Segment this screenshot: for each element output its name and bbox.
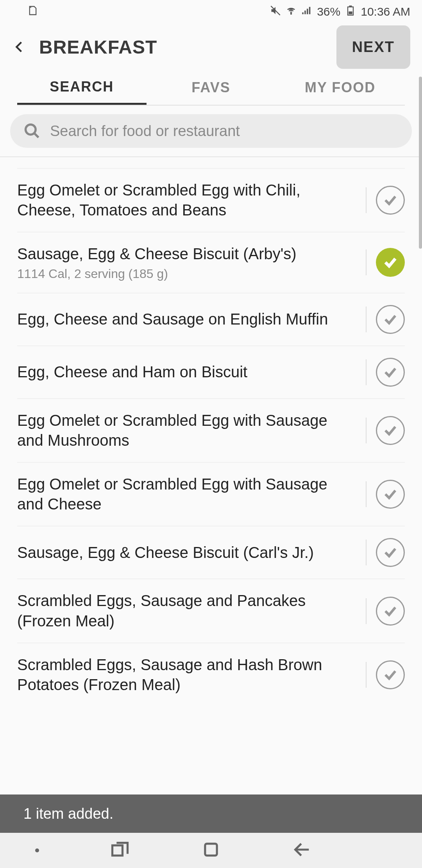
food-text: Egg Omelet or Scrambled Egg with Sausage… (17, 411, 356, 450)
svg-rect-8 (349, 11, 352, 14)
food-title: Egg Omelet or Scrambled Egg with Sausage… (17, 474, 350, 514)
check-toggle[interactable] (376, 660, 405, 689)
svg-rect-3 (304, 11, 306, 14)
food-row[interactable]: Egg, Cheese and Ham on Biscuit (17, 346, 405, 398)
food-title: Sausage, Egg & Cheese Biscuit (Carl's Jr… (17, 543, 350, 563)
row-divider (366, 598, 367, 624)
row-divider (366, 249, 367, 275)
food-row[interactable]: Scrambled Eggs, Sausage and Pancakes (Fr… (17, 579, 405, 642)
food-row[interactable]: Egg, Cheese and Sausage on English Muffi… (17, 293, 405, 346)
page-title: BREAKFAST (39, 36, 325, 58)
row-divider (366, 359, 367, 385)
food-title: Scrambled Eggs, Sausage and Hash Brown P… (17, 655, 350, 695)
check-toggle[interactable] (376, 358, 405, 387)
check-icon (383, 312, 398, 327)
food-text: Egg Omelet or Scrambled Egg with Sausage… (17, 474, 356, 514)
food-title: Egg Omelet or Scrambled Egg with Chili, … (17, 180, 350, 220)
battery-icon (345, 5, 356, 19)
food-row[interactable]: Egg Omelet or Scrambled Egg with Sausage… (17, 462, 405, 526)
food-title: Egg, Cheese and Ham on Biscuit (17, 362, 350, 382)
food-row[interactable]: Egg Omelet or Scrambled Egg with Chili, … (17, 168, 405, 232)
check-toggle[interactable] (376, 186, 405, 215)
check-toggle[interactable] (376, 538, 405, 567)
row-divider (366, 481, 367, 507)
clock: 10:36 AM (361, 5, 410, 18)
food-title: Egg Omelet or Scrambled Egg with Sausage… (17, 411, 350, 450)
row-divider (366, 418, 367, 443)
check-icon (383, 365, 398, 380)
tab-favs[interactable]: FAVS (147, 70, 276, 105)
check-toggle[interactable] (376, 248, 405, 277)
signal-icon (301, 5, 312, 19)
svg-point-9 (26, 125, 36, 135)
food-row[interactable]: Egg Omelet or Scrambled Egg with Sausage… (17, 398, 405, 462)
food-text: Egg Omelet or Scrambled Egg with Chili, … (17, 180, 356, 220)
check-icon (383, 193, 398, 208)
divider (0, 156, 422, 157)
food-text: Egg, Cheese and Ham on Biscuit (17, 362, 356, 382)
check-icon (383, 423, 398, 438)
check-toggle[interactable] (376, 480, 405, 509)
tab-bar: SEARCH FAVS MY FOOD (17, 70, 405, 106)
tab-search[interactable]: SEARCH (17, 70, 147, 105)
svg-rect-5 (309, 7, 311, 14)
scroll-indicator[interactable] (419, 77, 422, 249)
food-list: Egg Omelet or Scrambled Egg with Chili, … (17, 168, 405, 707)
check-icon (383, 255, 398, 270)
back-button[interactable] (12, 39, 27, 55)
svg-rect-4 (307, 9, 308, 14)
food-row[interactable]: Sausage, Egg & Cheese Biscuit (Carl's Jr… (17, 526, 405, 579)
chevron-left-icon (13, 40, 27, 54)
check-toggle[interactable] (376, 305, 405, 334)
row-divider (366, 540, 367, 565)
search-icon (23, 122, 41, 140)
home-button[interactable] (201, 839, 221, 861)
check-icon (383, 604, 398, 619)
svg-rect-7 (349, 5, 352, 7)
food-text: Scrambled Eggs, Sausage and Pancakes (Fr… (17, 591, 356, 631)
header: BREAKFAST NEXT (0, 23, 422, 70)
food-title: Egg, Cheese and Sausage on English Muffi… (17, 309, 350, 329)
next-button[interactable]: NEXT (336, 25, 410, 69)
tab-my-food[interactable]: MY FOOD (275, 70, 405, 105)
status-bar: 36% 10:36 AM (0, 0, 422, 23)
row-divider (366, 307, 367, 332)
check-icon (383, 667, 398, 682)
sim-icon (12, 5, 38, 19)
mute-icon (270, 5, 281, 19)
check-icon (383, 487, 398, 502)
food-text: Sausage, Egg & Cheese Biscuit (Arby's)11… (17, 244, 356, 281)
system-nav-bar (0, 833, 422, 868)
check-toggle[interactable] (376, 597, 405, 626)
food-text: Sausage, Egg & Cheese Biscuit (Carl's Jr… (17, 543, 356, 563)
check-icon (383, 545, 398, 560)
toast-message: 1 item added. (0, 794, 422, 833)
back-nav-button[interactable] (292, 839, 312, 861)
food-text: Scrambled Eggs, Sausage and Hash Brown P… (17, 655, 356, 695)
check-toggle[interactable] (376, 416, 405, 445)
food-row[interactable]: Scrambled Eggs, Sausage and Hash Brown P… (17, 643, 405, 707)
food-title: Sausage, Egg & Cheese Biscuit (Arby's) (17, 244, 350, 264)
search-input[interactable] (50, 123, 399, 140)
svg-rect-11 (205, 844, 217, 855)
svg-rect-2 (302, 12, 304, 14)
row-divider (366, 662, 367, 688)
food-text: Egg, Cheese and Sausage on English Muffi… (17, 309, 356, 329)
row-divider (366, 187, 367, 213)
wifi-icon (286, 5, 297, 19)
battery-percent: 36% (317, 5, 340, 18)
recents-button[interactable] (110, 839, 130, 861)
search-wrap (0, 106, 422, 156)
svg-line-10 (34, 133, 39, 138)
svg-point-1 (291, 13, 291, 14)
search-box[interactable] (10, 114, 412, 148)
food-row[interactable]: Sausage, Egg & Cheese Biscuit (Arby's)11… (17, 232, 405, 292)
food-subtitle: 1114 Cal, 2 serving (185 g) (17, 267, 350, 281)
food-title: Scrambled Eggs, Sausage and Pancakes (Fr… (17, 591, 350, 631)
nav-dot (35, 848, 39, 852)
